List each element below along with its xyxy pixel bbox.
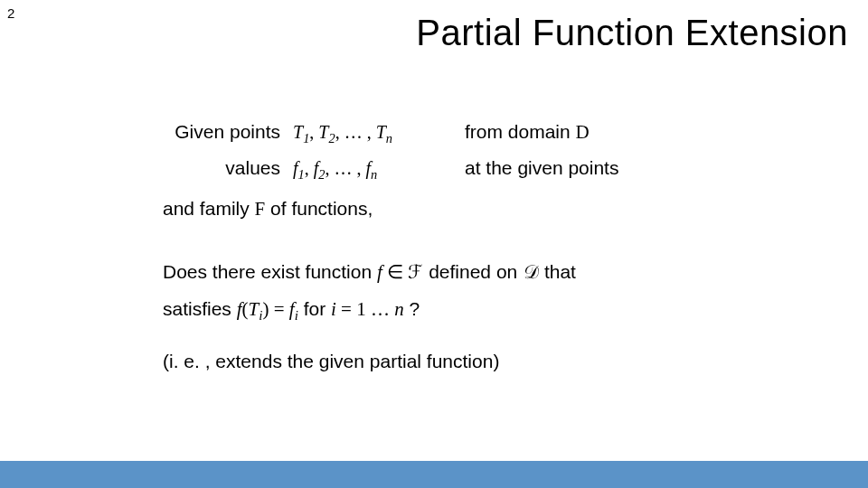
- sub-2: 2: [328, 131, 335, 145]
- family-line: and family F of functions,: [163, 194, 796, 224]
- question-block: Does there exist function f ∈ ℱ defined …: [163, 254, 796, 329]
- points-math: T1, T2, … , Tn: [293, 118, 465, 148]
- q-l2a: satisfies: [163, 298, 237, 319]
- family-pre: and family: [163, 198, 255, 219]
- question-line-1: Does there exist function f ∈ ℱ defined …: [163, 254, 796, 291]
- trail-text: from domain: [465, 121, 576, 142]
- dots-b: …: [335, 158, 353, 178]
- sub-1b: 1: [298, 167, 305, 182]
- q-lpar: (: [242, 298, 249, 320]
- q-l1a: Does there exist function: [163, 261, 377, 282]
- points-lead: Given points: [163, 117, 293, 147]
- values-row: values f1, f2, … , fn at the given point…: [163, 154, 796, 184]
- sub-nb: n: [371, 167, 377, 182]
- sym-T2: T: [318, 122, 328, 142]
- family-post: of functions,: [265, 198, 373, 219]
- page-number: 2: [7, 5, 14, 21]
- family-F: F: [255, 198, 266, 220]
- domain-D: D: [576, 121, 590, 143]
- dots: …: [344, 122, 363, 142]
- points-trail: from domain D: [465, 117, 590, 147]
- q-Fcal: ℱ: [408, 261, 423, 283]
- values-lead: values: [163, 154, 293, 183]
- q-eq2: = 1 …: [336, 298, 394, 320]
- slide-body: Given points T1, T2, … , Tn from domain …: [163, 117, 796, 377]
- q-in: ∈: [382, 261, 409, 283]
- q-n: n: [394, 298, 404, 320]
- question-line-2: satisfies f(Ti) = fi for i = 1 … n ?: [163, 291, 796, 329]
- note-line: (i. e. , extends the given partial funct…: [163, 347, 796, 377]
- values-trail: at the given points: [465, 154, 618, 183]
- q-that: that: [539, 261, 576, 282]
- sym-T1: T: [293, 122, 303, 142]
- values-math: f1, f2, … , fn: [293, 155, 465, 184]
- footer-bar: [0, 461, 868, 488]
- q-defined: defined on: [423, 261, 523, 282]
- q-for: for: [298, 298, 331, 319]
- points-row: Given points T1, T2, … , Tn from domain …: [163, 117, 796, 148]
- q-qmark: ?: [404, 298, 420, 319]
- q-eq: =: [269, 298, 288, 320]
- sub-n: n: [386, 131, 392, 145]
- slide-title: Partial Function Extension: [416, 13, 848, 53]
- sym-Tn: T: [376, 122, 386, 142]
- q-Dcal: 𝒟: [523, 261, 539, 283]
- q-Ti: T: [249, 298, 259, 320]
- sub-2b: 2: [318, 167, 325, 182]
